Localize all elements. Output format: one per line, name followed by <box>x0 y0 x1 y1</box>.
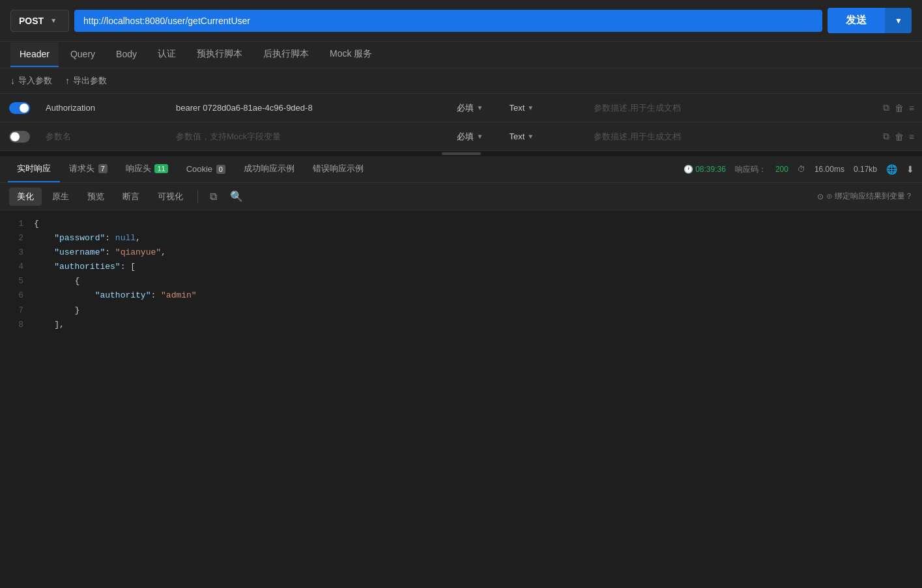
request-tabs-bar: Header Query Body 认证 预执行脚本 后执行脚本 Mock 服务 <box>0 42 922 68</box>
param-value-1[interactable]: bearer 0728d0a6-81ae-4c96-9ded-8 <box>169 103 457 113</box>
param-toggle-1[interactable] <box>0 102 39 114</box>
param-type-2[interactable]: Text ▼ <box>509 132 587 141</box>
line-num: 8 <box>10 318 23 332</box>
param-required-2[interactable]: 必填 ▼ <box>457 131 509 143</box>
line-num: 3 <box>10 245 23 260</box>
tab-body[interactable]: Body <box>107 42 146 67</box>
send-btn-group: 发送 ▼ <box>828 8 912 33</box>
toggle-switch-1[interactable] <box>9 102 30 114</box>
json-line-content: "authorities": [ <box>34 260 912 274</box>
tab-header[interactable]: Header <box>10 42 59 67</box>
param-required-1[interactable]: 必填 ▼ <box>457 102 509 114</box>
toggle-track-2 <box>9 131 30 143</box>
response-panel: 实时响应 请求头 7 响应头 11 Cookie 0 成功响应示例 错误响应示例… <box>0 156 922 484</box>
json-line-content: "username": "qianyue", <box>34 245 912 260</box>
param-type-1[interactable]: Text ▼ <box>509 103 587 113</box>
line-num: 7 <box>10 303 23 318</box>
tab-query[interactable]: Query <box>61 42 104 67</box>
search-icon[interactable]: 🔍 <box>225 187 248 206</box>
tab-auth[interactable]: 认证 <box>149 42 185 68</box>
view-btn-assert[interactable]: 断言 <box>115 188 147 206</box>
line-num: 6 <box>10 288 23 303</box>
list-item: 3 "username": "qianyue", <box>0 245 922 260</box>
view-btn-beautify[interactable]: 美化 <box>9 188 42 206</box>
view-btn-raw[interactable]: 原生 <box>44 188 77 206</box>
param-type-label-1: Text <box>509 103 525 113</box>
tab-pre-script[interactable]: 预执行脚本 <box>188 42 252 68</box>
copy-icon[interactable]: ⧉ <box>205 188 222 206</box>
resp-tab-cookie[interactable]: Cookie 0 <box>177 158 235 182</box>
resp-tab-req-headers[interactable]: 请求头 7 <box>60 156 117 182</box>
response-code: 200 <box>775 165 788 174</box>
list-item: 8 ], <box>0 318 922 332</box>
view-btn-preview[interactable]: 预览 <box>79 188 112 206</box>
download-icon[interactable]: ⬇ <box>906 164 914 175</box>
toggle-knob-2 <box>10 132 20 141</box>
json-line-content: { <box>34 274 912 288</box>
param-copy-icon-1[interactable]: ⧉ <box>883 102 889 113</box>
view-options-bar: 美化 原生 预览 断言 可视化 ⧉ 🔍 ⊙ ⊙ 绑定响应结果到变量？ <box>0 183 922 210</box>
line-num: 5 <box>10 274 23 288</box>
response-duration: 16.00ms <box>814 165 844 174</box>
param-desc-1[interactable]: 参数描述,用于生成文档 <box>587 102 874 114</box>
list-item: 7 } <box>0 303 922 318</box>
response-status-label: 响应码： <box>735 164 766 175</box>
export-params-button[interactable]: ↑ 导出参数 <box>65 75 107 87</box>
req-header-badge: 7 <box>98 164 108 173</box>
param-desc-2[interactable]: 参数描述,用于生成文档 <box>587 131 874 143</box>
resp-tab-req-label: 请求头 <box>69 163 94 173</box>
view-btn-visual[interactable]: 可视化 <box>150 188 191 206</box>
param-name-1[interactable]: Authorization <box>39 103 169 113</box>
params-table: Authorization bearer 0728d0a6-81ae-4c96-… <box>0 94 922 151</box>
tab-post-script[interactable]: 后执行脚本 <box>254 42 318 68</box>
timer-icon: ⏱ <box>798 165 805 174</box>
param-more-icon-1[interactable]: ≡ <box>909 103 914 113</box>
line-num: 2 <box>10 231 23 245</box>
panel-divider[interactable] <box>0 151 922 156</box>
send-button[interactable]: 发送 <box>828 8 885 33</box>
response-time: 🕐 08:39:36 <box>684 165 726 174</box>
param-delete-icon-2[interactable]: 🗑 <box>895 132 904 142</box>
globe-icon[interactable]: 🌐 <box>886 164 897 175</box>
json-line-content: { <box>34 217 912 231</box>
import-icon: ↓ <box>10 76 15 86</box>
json-line-content: "authority": "admin" <box>34 288 912 303</box>
resp-tab-realtime[interactable]: 实时响应 <box>8 156 60 182</box>
param-name-placeholder-2[interactable]: 参数名 <box>39 131 169 143</box>
import-params-button[interactable]: ↓ 导入参数 <box>10 75 52 87</box>
json-line-content: ], <box>34 318 912 332</box>
param-copy-icon-2[interactable]: ⧉ <box>883 131 889 142</box>
param-required-label-2: 必填 <box>457 131 474 143</box>
method-chevron-icon: ▼ <box>50 17 57 24</box>
param-toggle-2[interactable] <box>0 131 39 143</box>
toggle-switch-2[interactable] <box>9 131 30 143</box>
clock-icon: 🕐 <box>684 165 693 174</box>
resp-tab-success-example[interactable]: 成功响应示例 <box>235 156 304 182</box>
param-actions-2: ⧉ 🗑 ≡ <box>875 131 922 142</box>
divider-handle <box>442 152 481 155</box>
cookie-badge: 0 <box>216 165 225 174</box>
bind-var-link[interactable]: ⊙ ⊙ 绑定响应结果到变量？ <box>817 191 913 202</box>
url-input[interactable] <box>74 10 822 32</box>
list-item: 1 { <box>0 217 922 231</box>
resp-tab-resp-headers[interactable]: 响应头 11 <box>117 156 177 182</box>
resp-tab-resp-label: 响应头 <box>126 163 151 173</box>
param-value-placeholder-2[interactable]: 参数值，支持Mock字段变量 <box>169 131 457 143</box>
top-bar: POST ▼ 发送 ▼ <box>0 0 922 42</box>
resp-header-badge: 11 <box>154 164 167 173</box>
param-delete-icon-1[interactable]: 🗑 <box>895 103 904 113</box>
bind-var-label: ⊙ 绑定响应结果到变量？ <box>826 191 913 202</box>
param-actions-1: ⧉ 🗑 ≡ <box>875 102 922 113</box>
tab-mock[interactable]: Mock 服务 <box>321 42 381 68</box>
resp-tab-error-example[interactable]: 错误响应示例 <box>304 156 373 182</box>
line-num: 1 <box>10 217 23 231</box>
param-type-label-2: Text <box>509 132 525 141</box>
list-item: 5 { <box>0 274 922 288</box>
resp-tab-cookie-label: Cookie <box>186 164 212 174</box>
export-label: 导出参数 <box>73 75 107 87</box>
send-btn-arrow[interactable]: ▼ <box>885 8 912 33</box>
param-more-icon-2[interactable]: ≡ <box>909 132 914 142</box>
method-select[interactable]: POST ▼ <box>10 10 69 32</box>
required-chevron-2: ▼ <box>476 133 483 140</box>
method-label: POST <box>19 16 44 26</box>
